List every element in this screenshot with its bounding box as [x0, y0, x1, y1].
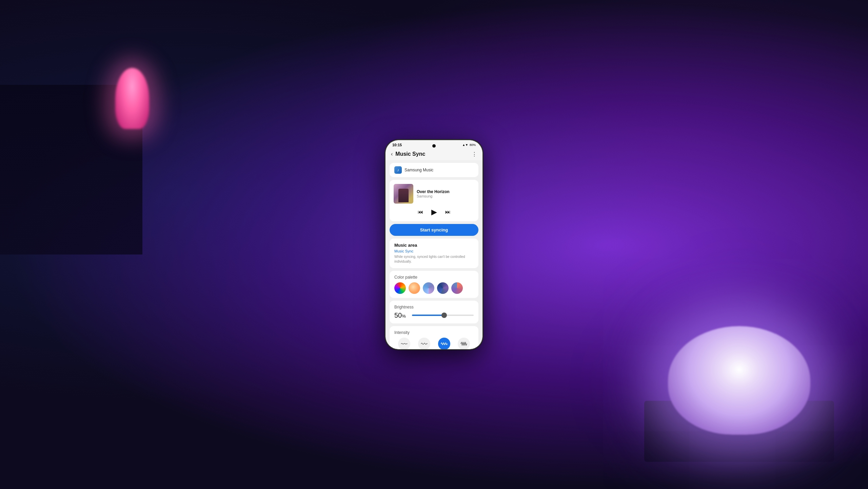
music-area-desc: While syncing, synced lights can't be co…	[394, 255, 474, 264]
color-rose-purple[interactable]	[451, 282, 463, 294]
player-card: Over the Horizon Samsung ⏮ ▶ ⏭	[390, 180, 478, 221]
brightness-row: 50%	[394, 312, 474, 319]
music-area-title: Music area	[394, 243, 474, 248]
music-source-card: ♪ Samsung Music	[390, 163, 478, 177]
color-cool-blue[interactable]	[423, 282, 434, 294]
brightness-slider-fill	[412, 315, 444, 316]
intensity-high-icon	[438, 338, 450, 349]
intense-wave-icon	[460, 340, 467, 347]
signal-icon: ▲▼	[462, 143, 468, 147]
start-syncing-button[interactable]: Start syncing	[390, 224, 478, 236]
color-deep-blue[interactable]	[437, 282, 449, 294]
player-info-row: Over the Horizon Samsung	[394, 184, 474, 204]
intensity-high[interactable]: High	[438, 338, 450, 349]
intensity-section: Intensity Subtle	[390, 326, 478, 349]
brightness-slider-track[interactable]	[412, 315, 474, 316]
color-palette-section: Color palette	[390, 271, 478, 298]
lamp-left	[115, 68, 149, 129]
app-header: ‹ Music Sync ⋮	[386, 148, 482, 160]
next-button[interactable]: ⏭	[445, 208, 451, 216]
prev-button[interactable]: ⏮	[417, 208, 424, 216]
app-content: ♪ Samsung Music Over the Horizon Samsung	[386, 160, 482, 349]
brightness-value: 50%	[394, 312, 409, 319]
song-artist: Samsung	[417, 194, 474, 198]
music-source-label: Samsung Music	[405, 168, 433, 172]
song-title: Over the Horizon	[417, 189, 474, 194]
brightness-slider-thumb[interactable]	[441, 313, 447, 318]
intensity-moderate-icon	[418, 338, 430, 349]
battery-icon: 80%	[470, 143, 476, 147]
intensity-subtle-icon	[398, 338, 410, 349]
music-area-link[interactable]: Music Sync	[394, 249, 474, 253]
moderate-wave-icon	[421, 340, 428, 347]
music-area-card: Music area Music Sync While syncing, syn…	[390, 239, 478, 268]
phone-screen: 10:15 ▲▼ 80% ‹ Music Sync ⋮ ♪	[386, 140, 482, 349]
back-button[interactable]: ‹	[391, 151, 393, 157]
lamp	[668, 326, 810, 435]
intensity-moderate[interactable]: Moderate	[418, 338, 431, 349]
intensity-intense[interactable]: Intense	[458, 338, 470, 349]
palette-label: Color palette	[394, 275, 474, 280]
intensity-intense-icon	[458, 338, 470, 349]
app-title: Music Sync	[395, 151, 425, 157]
status-time: 10:15	[392, 143, 402, 147]
brightness-unit: %	[402, 314, 406, 319]
palette-row	[394, 282, 474, 294]
music-note-icon: ♪	[397, 168, 399, 172]
status-icons: ▲▼ 80%	[462, 143, 476, 147]
brightness-label: Brightness	[394, 305, 474, 309]
phone-body: 10:15 ▲▼ 80% ‹ Music Sync ⋮ ♪	[385, 139, 483, 350]
power-button	[482, 188, 483, 205]
brightness-section: Brightness 50%	[390, 301, 478, 323]
menu-button[interactable]: ⋮	[472, 151, 477, 157]
color-multicolor[interactable]	[394, 282, 406, 294]
intensity-row: Subtle Moderate	[394, 338, 474, 349]
brightness-number: 50	[394, 312, 402, 319]
album-art	[394, 184, 413, 204]
play-button[interactable]: ▶	[431, 207, 438, 217]
subtle-wave-icon	[401, 340, 408, 347]
high-wave-icon	[441, 340, 448, 347]
intensity-subtle[interactable]: Subtle	[398, 338, 410, 349]
player-controls: ⏮ ▶ ⏭	[394, 207, 474, 217]
song-info: Over the Horizon Samsung	[417, 189, 474, 198]
phone: 10:15 ▲▼ 80% ‹ Music Sync ⋮ ♪	[385, 139, 483, 350]
header-left: ‹ Music Sync	[391, 151, 425, 157]
camera-notch	[432, 144, 436, 148]
intensity-label: Intensity	[394, 330, 474, 335]
samsung-music-icon: ♪	[394, 166, 402, 174]
album-art-figure	[398, 189, 409, 202]
color-warm-orange[interactable]	[409, 282, 420, 294]
